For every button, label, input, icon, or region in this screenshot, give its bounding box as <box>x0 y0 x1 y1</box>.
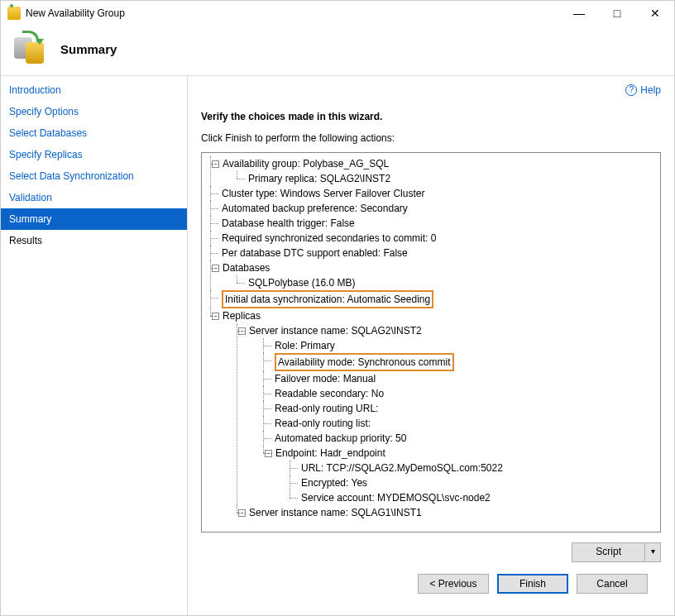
minimize-button[interactable]: ― <box>560 1 598 26</box>
verify-heading: Verify the choices made in this wizard. <box>201 111 661 122</box>
nav-specify-replicas[interactable]: Specify Replicas <box>1 144 187 165</box>
help-icon: ? <box>625 84 637 96</box>
tree-r1-failover: Failover mode: Manual <box>263 371 655 386</box>
tree-r1-backup-prio: Automated backup priority: 50 <box>263 431 655 446</box>
tree-ag[interactable]: -Availability group: Polybase_AG_SQL Pri… <box>210 156 655 186</box>
nav-introduction[interactable]: Introduction <box>1 79 187 101</box>
title-bar: New Availability Group ― □ ✕ <box>1 1 674 26</box>
tree-r1-endpoint[interactable]: -Endpoint: Hadr_endpoint URL: TCP://SQLA… <box>263 446 655 505</box>
wizard-header: Summary <box>1 26 674 75</box>
collapse-icon[interactable]: - <box>212 160 219 168</box>
tree-replicas[interactable]: -Replicas -Server instance name: SQLAG2\… <box>210 308 655 520</box>
tree-r1-ep-enc: Encrypted: Yes <box>290 475 655 490</box>
script-button-label: Script <box>572 543 645 561</box>
script-button[interactable]: Script ▾ <box>572 542 661 562</box>
page-title: Summary <box>60 42 117 56</box>
nav-results: Results <box>1 230 187 251</box>
tree-dtc: Per database DTC support enabled: False <box>210 246 655 260</box>
collapse-icon[interactable]: - <box>212 313 219 320</box>
tree-r1-ro-url: Read-only routing URL: <box>263 401 655 416</box>
previous-button[interactable]: < Previous <box>418 574 489 594</box>
tree-replica-2[interactable]: -Server instance name: SQLAG1\INST1 <box>237 505 655 520</box>
collapse-icon[interactable]: - <box>238 509 246 517</box>
finish-button[interactable]: Finish <box>497 574 568 594</box>
wizard-footer: < Previous Finish Cancel <box>201 562 661 605</box>
close-button[interactable]: ✕ <box>636 1 674 26</box>
nav-select-data-sync[interactable]: Select Data Synchronization <box>1 165 187 187</box>
tree-r1-avail: Availability mode: Synchronous commit <box>263 353 655 371</box>
tree-primary-replica: Primary replica: SQLAG2\INST2 <box>237 171 655 186</box>
tree-r1-ro-list: Read-only routing list: <box>263 416 655 431</box>
collapse-icon[interactable]: - <box>212 265 219 272</box>
help-label: Help <box>640 84 661 96</box>
tree-backup-pref: Automated backup preference: Secondary <box>210 201 655 216</box>
window-controls: ― □ ✕ <box>560 1 674 26</box>
script-row: Script ▾ <box>201 542 661 562</box>
tree-replica-1[interactable]: -Server instance name: SQLAG2\INST2 Role… <box>237 323 655 505</box>
maximize-button[interactable]: □ <box>598 1 636 26</box>
tree-cluster-type: Cluster type: Windows Server Failover Cl… <box>210 186 655 201</box>
summary-tree[interactable]: -Availability group: Polybase_AG_SQL Pri… <box>201 152 661 532</box>
tree-init-sync: Initial data synchronization: Automatic … <box>210 290 655 308</box>
cancel-button[interactable]: Cancel <box>577 574 648 594</box>
tree-r1-ep-url: URL: TCP://SQLAG2.MyDemoSQL.com:5022 <box>290 461 655 475</box>
summary-icon <box>14 32 47 65</box>
tree-databases[interactable]: -Databases SQLPolybase (16.0 MB) <box>210 260 655 290</box>
tree-r1-readable: Readable secondary: No <box>263 386 655 401</box>
tree-r1-role: Role: Primary <box>263 338 655 353</box>
nav-summary[interactable]: Summary <box>1 208 187 230</box>
main-panel: ? Help Verify the choices made in this w… <box>188 76 674 615</box>
window-title: New Availability Group <box>26 7 560 19</box>
tree-req-sync: Required synchronized secondaries to com… <box>210 231 655 246</box>
collapse-icon[interactable]: - <box>265 450 272 457</box>
nav-specify-options[interactable]: Specify Options <box>1 101 187 122</box>
tree-db-health: Database health trigger: False <box>210 216 655 231</box>
wizard-nav: Introduction Specify Options Select Data… <box>1 76 188 615</box>
app-icon <box>7 7 21 20</box>
help-link[interactable]: ? Help <box>625 84 661 96</box>
tree-r1-ep-svc: Service account: MYDEMOSQL\svc-node2 <box>290 490 655 505</box>
nav-select-databases[interactable]: Select Databases <box>1 122 187 144</box>
script-dropdown-icon[interactable]: ▾ <box>645 543 660 561</box>
nav-validation[interactable]: Validation <box>1 187 187 208</box>
tree-db-item: SQLPolybase (16.0 MB) <box>237 275 655 290</box>
verify-subheading: Click Finish to perform the following ac… <box>201 132 661 144</box>
collapse-icon[interactable]: - <box>238 327 246 335</box>
